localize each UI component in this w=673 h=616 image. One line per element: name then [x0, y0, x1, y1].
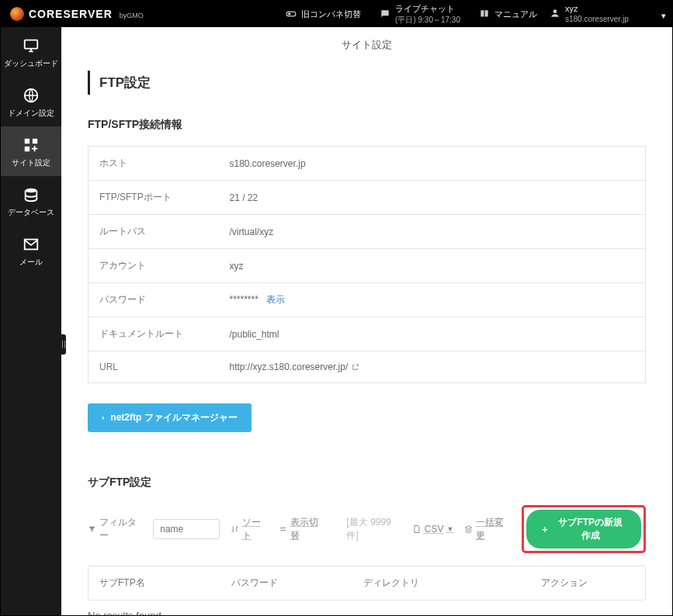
subftp-table-header: サブFTP名 パスワード ディレクトリ アクション — [88, 566, 646, 600]
sidebar: ダッシュボード ドメイン設定 サイト設定 データベース メール — [1, 27, 61, 615]
svg-point-2 — [553, 9, 557, 13]
svg-point-1 — [288, 12, 291, 16]
row-account: アカウントxyz — [88, 249, 646, 283]
display-toggle[interactable]: 表示切替 — [279, 516, 324, 542]
svg-rect-6 — [33, 139, 37, 144]
svg-rect-5 — [25, 139, 29, 144]
layers-icon — [464, 524, 473, 534]
no-results-text: No results found — [88, 610, 646, 615]
sidebar-item-database[interactable]: データベース — [1, 176, 61, 226]
section-subftp-title: サブFTP設定 — [88, 476, 646, 490]
external-link-icon — [351, 363, 359, 372]
svg-point-8 — [26, 189, 37, 193]
filter-input[interactable] — [153, 519, 220, 539]
sort-button[interactable]: ソート — [231, 516, 268, 542]
csv-export[interactable]: CSV▼ — [412, 524, 454, 535]
globe-icon — [23, 87, 40, 104]
new-subftp-button[interactable]: ＋ サブFTPの新規作成 — [526, 510, 642, 549]
sidebar-item-mail[interactable]: メール — [1, 226, 61, 275]
live-chat[interactable]: ライブチャット (平日) 9:30～17:30 — [370, 1, 470, 27]
sort-icon — [231, 524, 239, 534]
row-host: ホストs180.coreserver.jp — [88, 147, 646, 181]
plus-icon: ＋ — [540, 523, 550, 536]
bulk-edit[interactable]: 一括変更 — [464, 516, 510, 542]
svg-rect-7 — [25, 147, 29, 151]
monitor-icon — [23, 37, 40, 54]
chat-icon — [380, 9, 390, 19]
url-link[interactable]: http://xyz.s180.coreserver.jp/ — [219, 351, 646, 383]
row-url: URLhttp://xyz.s180.coreserver.jp/ — [88, 351, 646, 383]
row-rootpath: ルートパス/virtual/xyz — [88, 215, 646, 249]
brand-sub: byGMO — [120, 9, 144, 19]
filter-icon — [88, 524, 96, 534]
section-connection-title: FTP/SFTP接続情報 — [88, 118, 646, 132]
mail-icon — [23, 236, 40, 253]
svg-rect-0 — [286, 12, 296, 16]
brand-name: CORESERVER — [29, 8, 113, 20]
record-count: [最大 9999 件] — [346, 516, 401, 542]
row-password: パスワード********表示 — [88, 283, 646, 317]
sidebar-item-dashboard[interactable]: ダッシュボード — [1, 27, 61, 77]
sidebar-collapse-handle[interactable] — [61, 334, 66, 355]
page-breadcrumb: サイト設定 — [61, 27, 672, 63]
toggle-icon — [286, 9, 297, 19]
file-icon — [412, 524, 421, 534]
row-docroot: ドキュメントルート/public_html — [88, 317, 646, 351]
logo-icon — [10, 7, 24, 21]
show-password-link[interactable]: 表示 — [266, 294, 285, 305]
swap-icon — [279, 524, 287, 534]
svg-rect-3 — [25, 40, 38, 49]
filter-label: フィルター — [88, 516, 142, 542]
user-icon — [550, 8, 560, 19]
sidebar-item-site[interactable]: サイト設定 — [1, 126, 61, 176]
chevron-down-icon: ▾ — [661, 11, 666, 21]
sidebar-item-domain[interactable]: ドメイン設定 — [1, 77, 61, 126]
database-icon — [23, 186, 40, 203]
row-port: FTP/SFTPポート21 / 22 — [88, 181, 646, 215]
book-icon — [479, 9, 490, 19]
brand-logo[interactable]: CORESERVER byGMO — [10, 7, 144, 21]
chevron-right-icon: › — [102, 414, 104, 422]
new-subftp-highlight: ＋ サブFTPの新規作成 — [522, 505, 647, 553]
old-panel-switch[interactable]: 旧コンパネ切替 — [276, 1, 370, 27]
grid-plus-icon — [23, 137, 40, 154]
page-title: FTP設定 — [88, 71, 646, 95]
manual-link[interactable]: マニュアル — [470, 1, 546, 27]
net2ftp-button[interactable]: › net2ftp ファイルマネージャー — [88, 403, 252, 432]
account-menu[interactable]: xyz s180.coreserver.jp ▾ — [546, 1, 663, 27]
connection-info-table: ホストs180.coreserver.jp FTP/SFTPポート21 / 22… — [88, 146, 646, 383]
